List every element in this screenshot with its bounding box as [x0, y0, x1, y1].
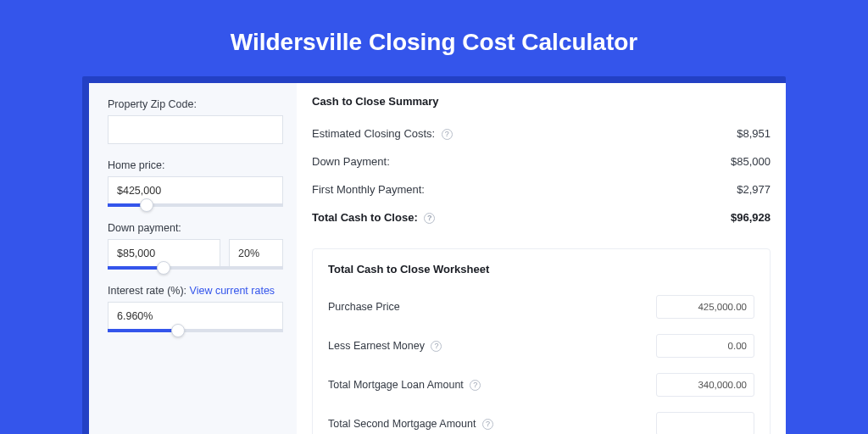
down-percent-input[interactable]: [229, 239, 283, 268]
summary-value: $8,951: [737, 127, 771, 140]
summary-card: Cash to Close Summary Estimated Closing …: [312, 95, 771, 231]
rate-slider-thumb[interactable]: [171, 324, 185, 337]
summary-row-down-payment: Down Payment: $85,000: [312, 147, 771, 175]
worksheet-row-second-mortgage: Total Second Mortgage Amount ?: [328, 404, 754, 434]
worksheet-label: Total Second Mortgage Amount ?: [328, 418, 493, 430]
down-slider[interactable]: [108, 266, 283, 270]
worksheet-label: Less Earnest Money ?: [328, 340, 442, 352]
price-slider-thumb[interactable]: [140, 198, 153, 212]
worksheet-label-text: Less Earnest Money: [328, 340, 425, 352]
price-input[interactable]: [108, 176, 283, 205]
summary-row-total: Total Cash to Close: ? $96,928: [312, 203, 771, 231]
field-home-price: Home price:: [108, 159, 283, 207]
rate-label-row: Interest rate (%): View current rates: [108, 285, 283, 297]
zip-label: Property Zip Code:: [108, 98, 283, 110]
help-icon[interactable]: ?: [470, 380, 481, 391]
price-label: Home price:: [108, 159, 283, 171]
worksheet-input-earnest-money[interactable]: [656, 334, 754, 358]
panel-container: Property Zip Code: Home price: Down paym…: [82, 76, 786, 434]
summary-value: $85,000: [731, 155, 771, 168]
summary-title: Cash to Close Summary: [312, 95, 771, 108]
summary-label: First Monthly Payment:: [312, 183, 425, 196]
summary-row-first-payment: First Monthly Payment: $2,977: [312, 175, 771, 203]
worksheet-row-earnest-money: Less Earnest Money ?: [328, 326, 754, 365]
worksheet-label: Purchase Price: [328, 301, 400, 313]
summary-total-value: $96,928: [731, 211, 771, 224]
calculator-panel: Property Zip Code: Home price: Down paym…: [89, 83, 786, 434]
worksheet-label-text: Total Mortgage Loan Amount: [328, 379, 464, 391]
worksheet-card: Total Cash to Close Worksheet Purchase P…: [312, 248, 771, 434]
zip-input[interactable]: [108, 115, 283, 144]
rate-input[interactable]: [108, 302, 283, 331]
summary-row-closing-costs: Estimated Closing Costs: ? $8,951: [312, 120, 771, 147]
worksheet-input-second-mortgage[interactable]: [656, 412, 754, 434]
page-title: Wildersville Closing Cost Calculator: [0, 0, 868, 76]
summary-total-label: Total Cash to Close: ?: [312, 211, 435, 224]
worksheet-row-mortgage-amount: Total Mortgage Loan Amount ?: [328, 365, 754, 404]
rate-slider-fill: [108, 329, 178, 332]
help-icon[interactable]: ?: [482, 419, 493, 430]
down-slider-thumb[interactable]: [157, 261, 170, 275]
summary-value: $2,977: [737, 183, 771, 196]
summary-label-text: Estimated Closing Costs:: [312, 127, 435, 140]
down-slider-fill: [108, 266, 164, 270]
worksheet-title: Total Cash to Close Worksheet: [328, 263, 754, 275]
results-column: Cash to Close Summary Estimated Closing …: [297, 83, 786, 434]
input-sidebar: Property Zip Code: Home price: Down paym…: [89, 83, 297, 434]
worksheet-row-purchase-price: Purchase Price: [328, 287, 754, 326]
price-slider[interactable]: [108, 203, 283, 207]
down-label: Down payment:: [108, 222, 283, 234]
worksheet-label: Total Mortgage Loan Amount ?: [328, 379, 481, 391]
view-rates-link[interactable]: View current rates: [190, 285, 275, 297]
worksheet-input-mortgage-amount[interactable]: [656, 373, 754, 397]
field-interest-rate: Interest rate (%): View current rates: [108, 285, 283, 332]
worksheet-label-text: Total Second Mortgage Amount: [328, 418, 476, 430]
worksheet-input-purchase-price[interactable]: [656, 295, 754, 319]
help-icon[interactable]: ?: [424, 213, 435, 224]
help-icon[interactable]: ?: [431, 341, 442, 352]
rate-slider[interactable]: [108, 329, 283, 332]
summary-label: Down Payment:: [312, 155, 390, 168]
summary-total-label-text: Total Cash to Close:: [312, 211, 418, 224]
help-icon[interactable]: ?: [442, 129, 453, 140]
field-down-payment: Down payment:: [108, 222, 283, 270]
rate-label: Interest rate (%):: [108, 285, 186, 297]
summary-label: Estimated Closing Costs: ?: [312, 127, 453, 140]
field-zip: Property Zip Code:: [108, 98, 283, 144]
